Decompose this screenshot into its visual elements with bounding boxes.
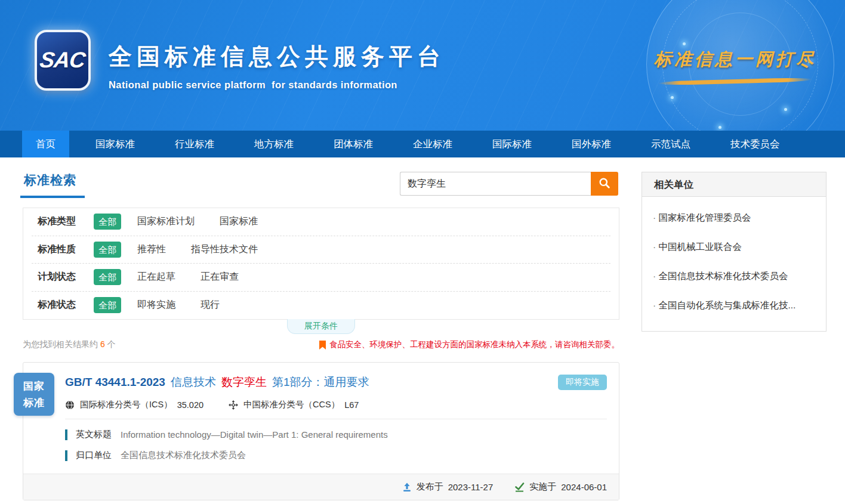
ics-meta: 国际标准分类号（ICS） 35.020 bbox=[65, 399, 203, 410]
search-section: 标准检索 bbox=[23, 172, 619, 200]
field-bar bbox=[65, 450, 67, 461]
card-meta: 国际标准分类号（ICS） 35.020 中国标准分类号（CCS） L67 bbox=[23, 399, 619, 410]
card-footer: 发布于 2023-11-27 实施于 2024-06-01 bbox=[23, 474, 619, 500]
filter-row-2: 计划状态全部正在起草正在审查 bbox=[32, 264, 610, 292]
field-bar bbox=[65, 429, 67, 440]
title-suffix: 第1部分：通用要求 bbox=[272, 376, 369, 388]
implemented-date: 2024-06-01 bbox=[561, 482, 607, 492]
compass-icon bbox=[229, 400, 238, 410]
related-units-title: 相关单位 bbox=[642, 172, 826, 197]
filter-all-button[interactable]: 全部 bbox=[94, 269, 121, 285]
national-standard-badge: 国家 标准 bbox=[14, 373, 54, 416]
sac-logo[interactable]: SAC bbox=[35, 30, 91, 91]
filter-option[interactable]: 即将实施 bbox=[137, 299, 175, 311]
filter-option[interactable]: 正在审查 bbox=[201, 271, 239, 283]
filter-row-1: 标准性质全部推荐性指导性技术文件 bbox=[32, 236, 610, 264]
system-notice: 食品安全、环境保护、工程建设方面的国家标准未纳入本系统，请咨询相关部委。 bbox=[319, 339, 619, 350]
page-content: 标准检索 标准类型全部国家标准计划国家标准标准性质全部推荐性指导性技术文件计划状… bbox=[0, 157, 845, 500]
related-unit-item-3[interactable]: 全国自动化系统与集成标准化技... bbox=[653, 299, 815, 312]
ccs-meta: 中国标准分类号（CCS） L67 bbox=[229, 399, 359, 410]
search-button[interactable] bbox=[591, 172, 618, 196]
implemented-date-item: 实施于 2024-06-01 bbox=[514, 481, 607, 493]
filter-all-button[interactable]: 全部 bbox=[94, 214, 121, 230]
nav-item-6[interactable]: 国际标准 bbox=[479, 131, 545, 157]
title-prefix: 信息技术 bbox=[171, 376, 216, 388]
results-count-suffix: 个 bbox=[107, 339, 116, 349]
field-label: 英文标题 bbox=[76, 429, 112, 440]
field-value: 全国信息技术标准化技术委员会 bbox=[121, 450, 246, 461]
site-header: SAC 全国标准信息公共服务平台 National public service… bbox=[0, 0, 845, 131]
ccs-value: L67 bbox=[344, 400, 359, 410]
main-column: 标准检索 标准类型全部国家标准计划国家标准标准性质全部推荐性指导性技术文件计划状… bbox=[23, 172, 619, 500]
filter-option[interactable]: 现行 bbox=[201, 299, 220, 311]
expand-conditions-button[interactable]: 展开条件 bbox=[287, 319, 355, 334]
main-nav: 首页国家标准行业标准地方标准团体标准企业标准国际标准国外标准示范试点技术委员会 bbox=[0, 131, 845, 157]
card-field-1: 归口单位全国信息技术标准化技术委员会 bbox=[23, 450, 619, 461]
header-titles: 全国标准信息公共服务平台 National public service pla… bbox=[109, 41, 445, 91]
nav-item-0[interactable]: 首页 bbox=[22, 131, 69, 157]
card-fields: 英文标题Information technology—Digital twin—… bbox=[23, 429, 619, 461]
filter-option[interactable]: 正在起草 bbox=[137, 271, 175, 283]
sac-logo-text: SAC bbox=[38, 48, 87, 73]
published-label: 发布于 bbox=[417, 481, 443, 493]
page-title: 标准检索 bbox=[24, 173, 76, 187]
card-title-row: GB/T 43441.1-2023信息技术数字孪生第1部分：通用要求 即将实施 bbox=[23, 363, 619, 390]
standard-title-link[interactable]: GB/T 43441.1-2023信息技术数字孪生第1部分：通用要求 bbox=[65, 375, 369, 390]
search-icon bbox=[599, 177, 610, 191]
ics-value: 35.020 bbox=[177, 400, 203, 410]
search-box bbox=[400, 172, 618, 196]
card-field-0: 英文标题Information technology—Digital twin—… bbox=[23, 429, 619, 440]
badge-line1: 国家 bbox=[23, 379, 45, 393]
filter-all-button[interactable]: 全部 bbox=[94, 297, 121, 313]
notice-text: 食品安全、环境保护、工程建设方面的国家标准未纳入本系统，请咨询相关部委。 bbox=[329, 339, 619, 350]
ics-label: 国际标准分类号（ICS） bbox=[80, 399, 172, 410]
nav-item-9[interactable]: 技术委员会 bbox=[717, 131, 794, 157]
section-title-wrap: 标准检索 bbox=[20, 172, 85, 198]
check-icon bbox=[514, 483, 525, 492]
status-badge: 即将实施 bbox=[558, 375, 607, 390]
filter-row-label: 标准状态 bbox=[38, 299, 94, 311]
standard-code: GB/T 43441.1-2023 bbox=[65, 376, 165, 388]
filter-option[interactable]: 国家标准 bbox=[220, 215, 258, 228]
published-date-item: 发布于 2023-11-27 bbox=[402, 481, 494, 493]
filter-option[interactable]: 国家标准计划 bbox=[137, 215, 195, 228]
bookmark-icon bbox=[319, 341, 326, 350]
globe-icon bbox=[65, 400, 75, 410]
filter-all-button[interactable]: 全部 bbox=[94, 242, 121, 258]
site-title: 全国标准信息公共服务平台 bbox=[109, 41, 445, 73]
published-date: 2023-11-27 bbox=[448, 482, 494, 492]
ccs-label: 中国标准分类号（CCS） bbox=[243, 399, 340, 410]
results-count: 为您找到相关结果约6个 bbox=[23, 339, 116, 350]
filter-row-label: 标准类型 bbox=[38, 215, 94, 228]
nav-item-4[interactable]: 团体标准 bbox=[320, 131, 387, 157]
nav-item-5[interactable]: 企业标准 bbox=[399, 131, 466, 157]
implemented-label: 实施于 bbox=[529, 481, 556, 493]
filter-box: 标准类型全部国家标准计划国家标准标准性质全部推荐性指导性技术文件计划状态全部正在… bbox=[23, 208, 619, 320]
upload-icon bbox=[402, 483, 412, 492]
slogan-text: 标准信息一网打尽 bbox=[654, 48, 816, 72]
related-unit-item-0[interactable]: 国家标准化管理委员会 bbox=[653, 212, 815, 224]
side-column: 相关单位 国家标准化管理委员会中国机械工业联合会全国信息技术标准化技术委员会全国… bbox=[642, 172, 827, 500]
result-card: 国家 标准 GB/T 43441.1-2023信息技术数字孪生第1部分：通用要求… bbox=[23, 362, 619, 500]
field-value: Information technology—Digital twin—Part… bbox=[121, 429, 388, 440]
results-row: 为您找到相关结果约6个 食品安全、环境保护、工程建设方面的国家标准未纳入本系统，… bbox=[23, 338, 619, 351]
nav-item-2[interactable]: 行业标准 bbox=[161, 131, 228, 157]
related-units-panel: 相关单位 国家标准化管理委员会中国机械工业联合会全国信息技术标准化技术委员会全国… bbox=[642, 172, 827, 332]
nav-item-8[interactable]: 示范试点 bbox=[637, 131, 704, 157]
field-label: 归口单位 bbox=[76, 450, 112, 461]
related-unit-item-1[interactable]: 中国机械工业联合会 bbox=[653, 241, 815, 253]
nav-item-3[interactable]: 地方标准 bbox=[240, 131, 307, 157]
related-unit-item-2[interactable]: 全国信息技术标准化技术委员会 bbox=[653, 270, 815, 283]
title-highlight: 数字孪生 bbox=[221, 376, 267, 388]
results-count-prefix: 为您找到相关结果约 bbox=[23, 339, 98, 349]
filter-option[interactable]: 推荐性 bbox=[137, 243, 166, 256]
header-slogan: 标准信息一网打尽 bbox=[654, 48, 816, 84]
search-input[interactable] bbox=[400, 172, 591, 196]
results-count-number: 6 bbox=[100, 339, 105, 349]
site-subtitle: National public service platform for sta… bbox=[109, 79, 445, 91]
filter-row-3: 标准状态全部即将实施现行 bbox=[32, 292, 610, 320]
filter-option[interactable]: 指导性技术文件 bbox=[191, 243, 258, 256]
nav-item-7[interactable]: 国外标准 bbox=[558, 131, 625, 157]
badge-line2: 标准 bbox=[23, 396, 45, 410]
nav-item-1[interactable]: 国家标准 bbox=[82, 131, 149, 157]
